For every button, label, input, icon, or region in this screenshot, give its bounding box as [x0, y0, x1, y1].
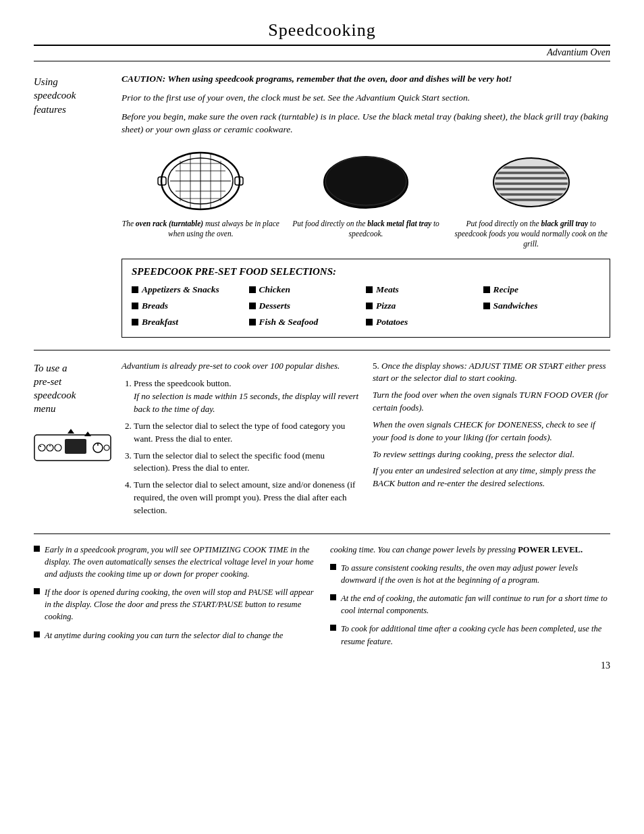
bullet-3: At anytime during cooking you can turn t…	[34, 629, 314, 642]
section2-row: To use a pre-set speedcook menu	[34, 360, 610, 521]
page-number: 13	[34, 660, 610, 671]
right-bullet-text-1: To assure consistent cooking results, th…	[341, 562, 610, 586]
bullet-icon-3	[34, 631, 40, 637]
right-bullet-1: To assure consistent cooking results, th…	[330, 562, 610, 586]
right-note-4: If you enter an undesired selection at a…	[373, 465, 610, 490]
step-2: Turn the selector dial to select the typ…	[134, 420, 359, 446]
preset-label-breakfast: Breakfast	[142, 317, 178, 328]
preset-bullet-appetizers	[132, 286, 138, 293]
preset-label-sandwiches: Sandwiches	[493, 301, 538, 311]
grill-tray-image	[487, 147, 575, 215]
svg-point-15	[325, 157, 406, 205]
caution-text: CAUTION: When using speedcook programs, …	[122, 74, 610, 84]
right-bullet-icon-3	[330, 625, 336, 631]
right-bullet-cont: cooking time. You can change power level…	[330, 544, 610, 556]
image-block-3: Put food directly on the black grill tra…	[452, 147, 610, 249]
bullet-2: If the door is opened during cooking, th…	[34, 586, 314, 623]
page-header: Speedcooking	[34, 20, 610, 46]
preset-bullet-chicken	[249, 286, 256, 293]
right-bullet-2: At the end of cooking, the automatic fan…	[330, 592, 610, 617]
section2-left: Advantium is already pre-set to cook ove…	[122, 360, 359, 521]
preset-label-meats: Meats	[376, 284, 399, 295]
bullet-text-3: At anytime during cooking you can turn t…	[45, 629, 283, 642]
svg-point-34	[104, 445, 109, 450]
right-col-steps: 5. Once the display shows: ADJUST TIME O…	[373, 360, 610, 491]
right-bullet-icon-1	[330, 564, 336, 570]
preset-item-appetizers: Appetizers & Snacks	[132, 283, 249, 296]
step-4: Turn the selector dial to select amount,…	[134, 479, 359, 517]
section2-main: Advantium is already pre-set to cook ove…	[122, 360, 610, 521]
preset-box-title: SPEEDCOOK PRE-SET FOOD SELECTIONS:	[132, 266, 600, 278]
preset-item-empty	[483, 315, 601, 329]
svg-point-29	[49, 445, 51, 446]
section2-right: 5. Once the display shows: ADJUST TIME O…	[373, 360, 610, 521]
preset-label-desserts: Desserts	[259, 301, 291, 311]
step-3: Turn the selector dial to select the spe…	[134, 450, 359, 475]
section2-intro: Advantium is already pre-set to cook ove…	[122, 360, 359, 373]
svg-point-30	[55, 444, 61, 451]
image-caption-2: Put food directly on the black metal fla…	[287, 219, 446, 239]
bullet-text-1: Early in a speedcook program, you will s…	[45, 544, 314, 580]
section3-left: Early in a speedcook program, you will s…	[34, 544, 314, 654]
preset-label-appetizers: Appetizers & Snacks	[142, 284, 219, 295]
svg-marker-35	[68, 429, 74, 434]
right-note-1: Turn the food over when the oven signals…	[373, 389, 610, 415]
caution-bold: CAUTION: When using speedcook programs, …	[122, 74, 512, 84]
preset-label-fish: Fish & Seafood	[259, 317, 319, 328]
preset-bullet-meats	[366, 286, 373, 293]
bullet-icon-2	[34, 588, 40, 594]
section2-sidebar-title: To use a pre-set speedcook menu	[34, 363, 76, 415]
section3-right: cooking time. You can change power level…	[330, 544, 610, 654]
oven-panel-illustration	[34, 428, 111, 468]
image-caption-1: The oven rack (turntable) must always be…	[122, 219, 280, 239]
preset-item-breads: Breads	[132, 299, 249, 313]
preset-item-recipe: Recipe	[483, 283, 601, 296]
image-caption-3: Put food directly on the black grill tra…	[452, 219, 610, 249]
svg-point-26	[38, 444, 45, 451]
section1-sidebar-title: Using speedcook features	[34, 76, 76, 115]
preset-label-potatoes: Potatoes	[376, 317, 408, 328]
preset-bullet-breads	[132, 303, 138, 309]
preset-item-sandwiches: Sandwiches	[483, 299, 601, 313]
preset-item-chicken: Chicken	[249, 283, 367, 296]
bullet-1: Early in a speedcook program, you will s…	[34, 544, 314, 580]
section1-sidebar: Using speedcook features	[34, 74, 122, 338]
svg-rect-31	[65, 439, 86, 454]
right-bullet-text-3: To cook for additional time after a cook…	[341, 623, 610, 647]
preset-box: SPEEDCOOK PRE-SET FOOD SELECTIONS: Appet…	[122, 259, 610, 338]
section-divider-1	[34, 350, 610, 350]
section2-sidebar: To use a pre-set speedcook menu	[34, 360, 122, 521]
preset-bullet-potatoes	[366, 319, 373, 325]
bullet-icon-1	[34, 546, 40, 552]
section3: Early in a speedcook program, you will s…	[34, 533, 610, 654]
preset-item-meats: Meats	[366, 283, 483, 296]
preset-label-chicken: Chicken	[259, 284, 291, 295]
preset-item-fish: Fish & Seafood	[249, 315, 367, 329]
image-block-1: The oven rack (turntable) must always be…	[122, 147, 280, 249]
preset-label-pizza: Pizza	[376, 301, 396, 311]
preset-bullet-fish	[249, 319, 256, 325]
preset-grid: Appetizers & Snacks Chicken Meats Recipe	[132, 283, 600, 329]
preset-label-breads: Breads	[142, 301, 168, 311]
right-bullet-icon-2	[330, 594, 336, 600]
svg-marker-36	[84, 432, 91, 436]
preset-label-recipe: Recipe	[493, 284, 518, 295]
turntable-image	[157, 147, 244, 215]
section1-main: CAUTION: When using speedcook programs, …	[122, 74, 610, 338]
section1-row: Using speedcook features CAUTION: When u…	[34, 74, 610, 338]
preset-item-pizza: Pizza	[366, 299, 483, 313]
preset-item-breakfast: Breakfast	[132, 315, 249, 329]
step-1: Press the speedcook button. If no select…	[134, 377, 359, 416]
page: Speedcooking Advantium Oven Using speedc…	[0, 0, 644, 834]
right-note-2: When the oven signals CHECK for DONENESS…	[373, 419, 610, 444]
right-bullet-text-2: At the end of cooking, the automatic fan…	[341, 592, 610, 617]
preset-bullet-sandwiches	[483, 303, 490, 309]
page-subheader: Advantium Oven	[34, 47, 610, 61]
preset-bullet-desserts	[249, 303, 256, 309]
flat-tray-image	[319, 147, 413, 215]
preset-bullet-breakfast	[132, 319, 138, 325]
right-note-3: To review settings during cooking, press…	[373, 448, 610, 461]
preset-bullet-recipe	[483, 286, 490, 293]
step-5: 5. Once the display shows: ADJUST TIME O…	[373, 360, 610, 386]
steps-list: Press the speedcook button. If no select…	[134, 377, 359, 517]
